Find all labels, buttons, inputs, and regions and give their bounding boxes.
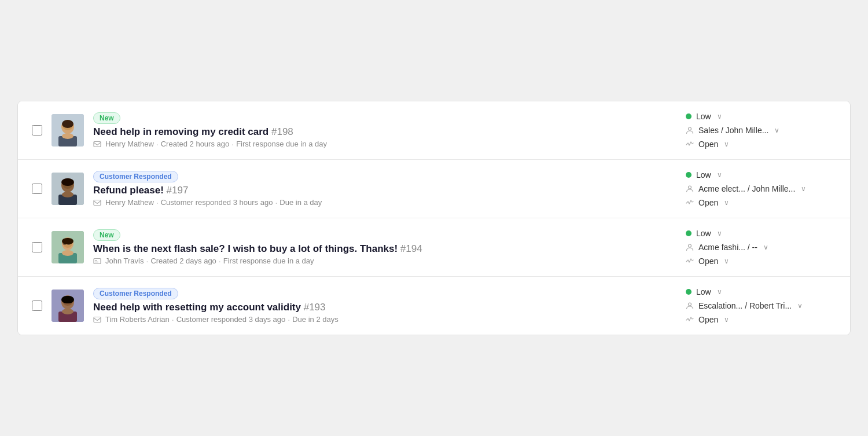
team-label: Acme elect... / John Mille...	[698, 184, 795, 193]
ticket-checkbox[interactable]	[32, 125, 42, 135]
team-action[interactable]: Sales / John Mille... ∨	[686, 126, 779, 135]
ticket-meta: Henry Mathew · Created 2 hours ago · Fir…	[93, 140, 676, 149]
ticket-meta1: Customer responded 3 days ago	[176, 315, 286, 324]
ticket-meta2: Due in 2 days	[292, 315, 339, 324]
svg-rect-14	[94, 200, 101, 205]
person-icon	[686, 185, 694, 193]
ticket-checkbox[interactable]	[32, 184, 42, 194]
chevron-icon: ∨	[717, 112, 722, 120]
ticket-title: Need help with resetting my account vali…	[93, 302, 676, 313]
ticket-checkbox[interactable]	[32, 242, 42, 252]
ticket-list: New Need help in removing my credit card…	[17, 101, 851, 335]
ticket-meta: Tim Roberts Adrian · Customer responded …	[93, 315, 676, 324]
ticket-actions: Low ∨ Acme fashi... / -- ∨ Open ∨	[686, 229, 836, 266]
person-icon	[686, 126, 694, 134]
ticket-title: When is the next flash sale? I wish to b…	[93, 243, 676, 255]
meta-icon	[93, 316, 101, 324]
ticket-actions: Low ∨ Acme elect... / John Mille... ∨ Op…	[686, 170, 836, 207]
team-label: Sales / John Mille...	[698, 126, 768, 135]
dot-separator: ·	[288, 315, 290, 324]
dot-separator: ·	[156, 198, 159, 207]
ticket-title: Refund please! #197	[93, 185, 676, 196]
ticket-actions: Low ∨ Escalation... / Robert Tri... ∨ Op…	[686, 287, 836, 324]
chevron-icon: ∨	[724, 199, 729, 207]
chevron-icon: ∨	[724, 316, 729, 324]
status-label: Open	[698, 198, 718, 207]
person-icon	[686, 302, 694, 310]
ticket-avatar	[52, 231, 84, 263]
ticket-avatar	[52, 114, 84, 146]
svg-rect-13	[61, 178, 74, 186]
svg-point-28	[689, 244, 692, 247]
team-action[interactable]: Escalation... / Robert Tri... ∨	[686, 301, 803, 310]
ticket-actions: Low ∨ Sales / John Mille... ∨ Open ∨	[686, 112, 836, 149]
ticket-main: New When is the next flash sale? I wish …	[93, 229, 676, 266]
priority-action[interactable]: Low ∨	[686, 229, 722, 238]
ticket-id: #193	[304, 302, 326, 313]
status-label: Open	[698, 257, 718, 266]
ticket-id: #197	[167, 185, 189, 196]
chevron-icon: ∨	[717, 288, 722, 296]
ticket-row[interactable]: New Need help in removing my credit card…	[18, 101, 850, 160]
person-icon	[686, 243, 694, 251]
svg-point-7	[689, 127, 692, 130]
priority-label: Low	[696, 229, 711, 238]
ticket-checkbox[interactable]	[32, 301, 42, 311]
svg-point-36	[689, 303, 692, 306]
dot-separator: ·	[156, 140, 159, 149]
ticket-main: Customer Responded Need help with resett…	[93, 288, 676, 324]
priority-action[interactable]: Low ∨	[686, 112, 722, 121]
meta-icon	[93, 199, 101, 207]
meta-icon	[93, 257, 101, 265]
status-label: Open	[698, 315, 718, 324]
ticket-meta2: First response due in a day	[236, 140, 327, 148]
activity-icon	[686, 199, 694, 207]
status-action[interactable]: Open ∨	[686, 198, 729, 207]
ticket-meta2: Due in a day	[279, 198, 322, 207]
ticket-title: Need help in removing my credit card #19…	[93, 126, 676, 138]
ticket-main: New Need help in removing my credit card…	[93, 112, 676, 149]
chevron-icon: ∨	[724, 257, 729, 265]
priority-dot	[686, 113, 692, 119]
ticket-contact: Tim Roberts Adrian	[105, 315, 170, 324]
team-action[interactable]: Acme elect... / John Mille... ∨	[686, 184, 806, 193]
ticket-contact: Henry Mathew	[105, 198, 154, 207]
activity-icon	[686, 316, 694, 324]
priority-action[interactable]: Low ∨	[686, 170, 722, 179]
chevron-icon: ∨	[797, 302, 803, 310]
dot-separator: ·	[219, 257, 221, 266]
status-action[interactable]: Open ∨	[686, 257, 729, 266]
chevron-icon: ∨	[724, 140, 729, 148]
ticket-badge: Customer Responded	[93, 171, 178, 182]
svg-point-33	[62, 309, 73, 314]
activity-icon	[686, 140, 694, 148]
status-action[interactable]: Open ∨	[686, 140, 729, 149]
team-label: Escalation... / Robert Tri...	[698, 301, 792, 310]
dot-separator: ·	[146, 257, 148, 266]
svg-point-4	[62, 133, 73, 139]
chevron-icon: ∨	[801, 185, 806, 193]
ticket-meta2: First response due in a day	[223, 257, 314, 265]
team-label: Acme fashi... / --	[698, 243, 757, 252]
ticket-id: #194	[400, 243, 422, 254]
priority-label: Low	[696, 112, 711, 121]
ticket-avatar	[52, 290, 84, 322]
team-action[interactable]: Acme fashi... / -- ∨	[686, 243, 768, 252]
svg-point-20	[62, 250, 73, 256]
status-label: Open	[698, 140, 718, 149]
meta-icon	[93, 140, 101, 148]
priority-dot	[686, 172, 692, 178]
ticket-row[interactable]: New When is the next flash sale? I wish …	[18, 218, 850, 277]
ticket-row[interactable]: Customer Responded Refund please! #197 H…	[18, 160, 850, 218]
chevron-icon: ∨	[717, 171, 722, 179]
priority-action[interactable]: Low ∨	[686, 287, 722, 296]
ticket-badge: New	[93, 229, 120, 241]
ticket-row[interactable]: Customer Responded Need help with resett…	[18, 277, 850, 335]
chevron-icon: ∨	[774, 126, 779, 134]
ticket-meta1: Created 2 days ago	[150, 257, 216, 265]
ticket-meta: John Travis · Created 2 days ago · First…	[93, 257, 676, 266]
ticket-meta1: Customer responded 3 hours ago	[161, 198, 273, 207]
chevron-icon: ∨	[717, 229, 722, 237]
status-action[interactable]: Open ∨	[686, 315, 729, 324]
ticket-badge: Customer Responded	[93, 288, 178, 299]
